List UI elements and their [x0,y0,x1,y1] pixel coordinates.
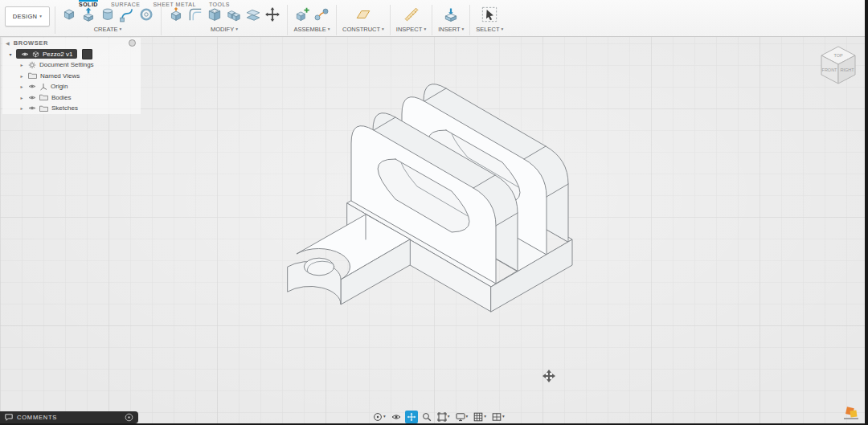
folder-icon [39,105,48,112]
design-dropdown[interactable]: DESIGN ▾ [5,6,50,27]
axes-icon [39,83,47,91]
inspect-menu[interactable]: INSPECT▾ [396,26,426,33]
extrude-icon [80,6,96,22]
toolbar-group-construct: CONSTRUCT▾ [337,5,391,35]
new-solid-button[interactable] [60,6,78,23]
select-button[interactable] [481,6,498,23]
offset-face-icon [245,6,261,22]
viewports-button[interactable]: ▾ [490,411,506,423]
visibility-eye-icon[interactable] [28,84,36,89]
visibility-eye-icon[interactable] [21,51,29,57]
zoom-button[interactable] [420,411,433,423]
expand-arrow-icon[interactable]: ▾ [7,51,14,57]
sweep-button[interactable] [118,6,136,23]
joint-button[interactable] [313,6,330,23]
chevron-down-icon: ▾ [382,27,384,32]
select-icon [481,6,497,22]
insert-icon [443,6,459,22]
design-dropdown-wrap: DESIGN ▾ [0,6,55,34]
chevron-down-icon: ▾ [120,27,122,32]
measure-button[interactable] [403,6,420,23]
gear-icon [28,61,36,69]
modify-menu[interactable]: MODIFY▾ [211,26,238,33]
insert-menu[interactable]: INSERT▾ [438,26,464,33]
viewcube-top-label: TOP [833,53,843,58]
view-navigation-bar: ▾ ▾ ▾ ▾ ▾ [371,410,506,424]
shell-button[interactable] [206,6,223,23]
extrude-button[interactable] [80,6,97,23]
expand-arrow-icon[interactable]: ▸ [18,62,25,67]
expand-arrow-icon[interactable]: ▸ [18,73,25,79]
combine-button[interactable] [225,6,243,23]
plane-icon [355,6,371,22]
comments-bar[interactable]: COMMENTS [0,411,138,423]
fillet-icon [187,6,203,22]
fit-button[interactable]: ▾ [436,411,452,423]
pan-icon [407,412,416,422]
browser-root-row[interactable]: ▾ Pezzo2 v1 [2,48,141,59]
visibility-eye-icon[interactable] [28,105,36,111]
ribbon-groups: CREATE▾ MODIFY▾ ASSEMBLE▾ [55,5,509,35]
browser-collapse-button[interactable]: ◀ [6,40,10,46]
fillet-button[interactable] [186,6,204,23]
component-color-swatch[interactable] [82,49,92,59]
construct-plane-button[interactable] [354,6,372,23]
browser-item-bodies[interactable]: ▸ Bodies [2,92,141,104]
expand-arrow-icon[interactable]: ▸ [18,84,25,89]
offset-face-button[interactable] [244,6,262,23]
top-toolbar: SOLID SURFACE SHEET METAL TOOLS DESIGN ▾… [0,0,868,37]
viewports-icon [492,412,502,422]
visibility-eye-icon[interactable] [28,95,36,100]
design-dropdown-label: DESIGN [13,13,38,20]
chevron-down-icon: ▾ [462,27,465,32]
screen-edge-right [865,0,868,425]
grid-settings-button[interactable]: ▾ [472,411,488,423]
chevron-down-icon: ▾ [235,27,238,32]
coil-button[interactable] [137,6,155,23]
new-component-icon [294,6,310,22]
move-icon [264,6,280,22]
browser-item-sketches[interactable]: ▸ Sketches [2,103,141,114]
pan-button[interactable] [405,411,418,423]
orbit-button[interactable]: ▾ [371,411,387,423]
active-document-chip[interactable]: Pezzo2 v1 [16,49,77,59]
display-settings-button[interactable]: ▾ [454,411,470,423]
browser-title: BROWSER [14,39,125,47]
combine-icon [226,6,242,22]
fit-icon [437,412,447,422]
select-menu[interactable]: SELECT▾ [476,26,503,33]
create-menu[interactable]: CREATE▾ [94,26,122,33]
chevron-down-icon: ▾ [501,27,503,32]
browser-item-origin[interactable]: ▸ Origin [2,81,141,92]
chevron-down-icon: ▾ [328,27,330,32]
assemble-menu[interactable]: ASSEMBLE▾ [293,26,330,33]
toolbar-group-modify: MODIFY▾ [162,5,288,35]
coil-icon [138,6,154,22]
orbit-icon [373,412,383,422]
revolve-button[interactable] [99,6,117,23]
look-at-button[interactable] [390,411,403,423]
comments-expand-icon[interactable] [125,413,133,422]
cube-icon [61,6,77,22]
viewcube-right-label: RIGHT [840,67,854,72]
press-pull-icon [168,6,184,22]
component-icon [32,51,39,58]
viewcube-front-label: FRONT [822,67,838,72]
browser-item-named-views[interactable]: ▸ Named Views [2,71,141,82]
revolve-icon [100,6,116,22]
new-component-button[interactable] [293,6,311,23]
comment-bubble-icon [5,414,13,421]
browser-item-document-settings[interactable]: ▸ Document Settings [2,59,141,71]
press-pull-button[interactable] [167,6,185,23]
grid-icon [473,412,483,422]
browser-panel: ◀ BROWSER ▾ Pezzo2 v1 ▸ Document Setting… [2,38,141,114]
expand-arrow-icon[interactable]: ▸ [18,105,25,111]
insert-button[interactable] [442,6,460,23]
expand-arrow-icon[interactable]: ▸ [18,95,25,100]
construct-menu[interactable]: CONSTRUCT▾ [342,26,384,33]
toolbar-group-inspect: INSPECT▾ [391,5,432,35]
magnifier-icon [422,412,432,422]
browser-options-icon[interactable] [129,39,136,47]
browser-header: ◀ BROWSER [2,38,141,48]
move-copy-button[interactable] [264,6,281,23]
